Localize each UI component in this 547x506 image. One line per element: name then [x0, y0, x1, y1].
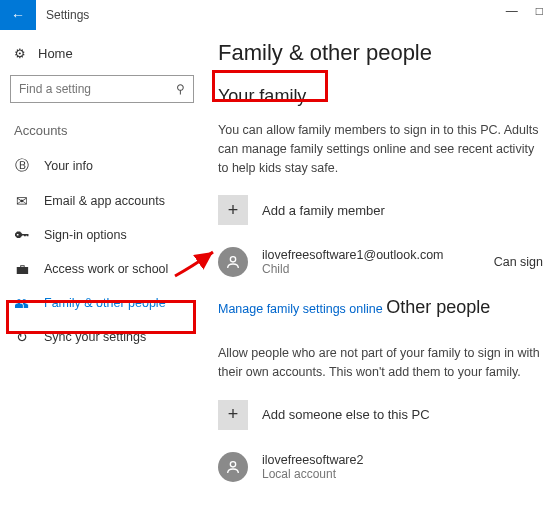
page-title: Family & other people — [218, 40, 547, 66]
search-box[interactable]: ⚲ — [10, 75, 194, 103]
person-card-icon: Ⓑ — [14, 157, 30, 175]
avatar-icon — [218, 452, 248, 482]
sidebar-item-work[interactable]: 💼︎ Access work or school — [0, 252, 204, 286]
sidebar-item-sync[interactable]: ↻ Sync your settings — [0, 320, 204, 354]
sidebar-item-email[interactable]: ✉ Email & app accounts — [0, 184, 204, 218]
home-label: Home — [38, 46, 73, 61]
sidebar-item-label: Sign-in options — [44, 228, 127, 242]
section-label: Accounts — [0, 123, 204, 148]
avatar-icon — [218, 247, 248, 277]
sidebar-item-label: Email & app accounts — [44, 194, 165, 208]
other-user-role: Local account — [262, 467, 363, 481]
maximize-button[interactable]: □ — [536, 4, 543, 18]
add-family-member-button[interactable]: + Add a family member — [218, 195, 547, 225]
sidebar-item-label: Family & other people — [44, 296, 166, 310]
add-other-user-button[interactable]: + Add someone else to this PC — [218, 400, 547, 430]
sync-icon: ↻ — [14, 329, 30, 345]
add-other-label: Add someone else to this PC — [262, 407, 430, 422]
main-panel: Family & other people Your family You ca… — [204, 30, 547, 506]
other-heading: Other people — [386, 297, 490, 318]
member-role: Child — [262, 262, 444, 276]
titlebar: ← Settings — □ — [0, 0, 547, 30]
search-icon: ⚲ — [176, 82, 185, 96]
family-member-row[interactable]: ilovefreesoftware1@outlook.com Child Can… — [218, 247, 547, 277]
sidebar-item-signin[interactable]: 🔑︎ Sign-in options — [0, 218, 204, 252]
gear-icon: ⚙ — [14, 46, 26, 61]
back-button[interactable]: ← — [0, 0, 36, 30]
home-button[interactable]: ⚙ Home — [0, 40, 204, 75]
plus-icon: + — [218, 400, 248, 430]
sidebar-item-your-info[interactable]: Ⓑ Your info — [0, 148, 204, 184]
manage-family-link[interactable]: Manage family settings online — [218, 302, 383, 316]
plus-icon: + — [218, 195, 248, 225]
briefcase-icon: 💼︎ — [14, 261, 30, 277]
minimize-button[interactable]: — — [506, 4, 518, 18]
window-controls: — □ — [506, 4, 543, 18]
key-icon: 🔑︎ — [14, 227, 30, 243]
svg-point-0 — [230, 257, 235, 262]
sidebar-item-label: Your info — [44, 159, 93, 173]
arrow-left-icon: ← — [11, 7, 25, 23]
people-icon: 👥︎ — [14, 295, 30, 311]
sidebar-item-label: Sync your settings — [44, 330, 146, 344]
member-status: Can sign — [494, 255, 543, 269]
add-family-label: Add a family member — [262, 203, 385, 218]
window-title: Settings — [46, 8, 89, 22]
search-input[interactable] — [19, 82, 176, 96]
family-description: You can allow family members to sign in … — [218, 121, 547, 177]
mail-icon: ✉ — [14, 193, 30, 209]
member-email: ilovefreesoftware1@outlook.com — [262, 248, 444, 262]
sidebar-item-family[interactable]: 👥︎ Family & other people — [0, 286, 204, 320]
other-user-row[interactable]: ilovefreesoftware2 Local account — [218, 452, 547, 482]
family-heading: Your family — [218, 86, 306, 107]
other-user-name: ilovefreesoftware2 — [262, 453, 363, 467]
other-description: Allow people who are not part of your fa… — [218, 344, 547, 382]
sidebar: ⚙ Home ⚲ Accounts Ⓑ Your info ✉ Email & … — [0, 30, 204, 506]
sidebar-item-label: Access work or school — [44, 262, 168, 276]
svg-point-1 — [230, 461, 235, 466]
